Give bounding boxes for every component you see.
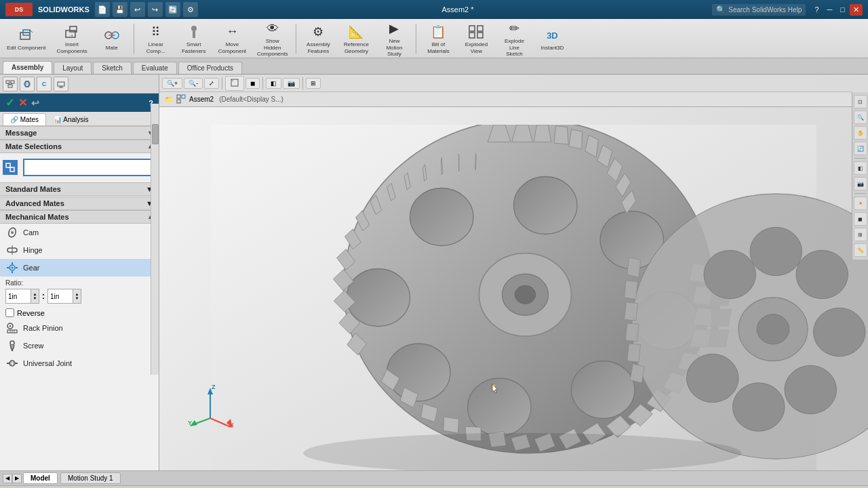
bottom-tabbar: ◀ ▶ Model Motion Study 1: [0, 470, 868, 485]
mate-btn[interactable]: Mate: [94, 24, 130, 53]
vp-zoom-out-btn[interactable]: 🔍-: [184, 78, 203, 89]
edit-component-btn[interactable]: Edit Component: [3, 24, 50, 54]
tab-assembly[interactable]: Assembly: [3, 61, 52, 74]
vp-view-btn[interactable]: [225, 76, 244, 91]
edit-component-label: Edit Component: [7, 45, 45, 52]
svg-marker-73: [569, 129, 583, 149]
mate-selections-header[interactable]: Mate Selections ▲: [0, 140, 159, 153]
vp-camera-btn[interactable]: 📷: [283, 78, 300, 89]
close-btn[interactable]: ✕: [850, 4, 863, 16]
explode-line-btn[interactable]: ✏ ExplodeLineSketch: [496, 17, 532, 60]
assembly-features-btn[interactable]: ⚙ AssemblyFeatures: [300, 20, 336, 56]
maximize-btn[interactable]: □: [837, 4, 848, 16]
tab-nav-next[interactable]: ▶: [12, 474, 22, 483]
screw-item[interactable]: Screw: [0, 337, 159, 354]
hinge-mate-item[interactable]: Hinge: [0, 241, 159, 259]
pm-icon-props[interactable]: [20, 77, 35, 92]
svg-rect-53: [177, 95, 180, 98]
selection-input-box[interactable]: [23, 159, 153, 176]
tab-nav-prev[interactable]: ◀: [3, 474, 12, 483]
section-btn[interactable]: ◧: [854, 161, 867, 175]
redo-btn-title[interactable]: ↪: [148, 2, 163, 17]
show-hidden-btn[interactable]: 👁 ShowHiddenComponents: [253, 17, 292, 60]
bottom-tab-motion1[interactable]: Motion Study 1: [60, 472, 121, 484]
rotate-btn[interactable]: 🔄: [854, 142, 867, 155]
cam-icon: [5, 226, 19, 239]
svg-text:Z: Z: [212, 384, 216, 390]
camera2-btn[interactable]: 📷: [854, 177, 867, 190]
message-section-header[interactable]: Message ▼: [0, 126, 159, 140]
zoom-btn[interactable]: 🔍: [854, 110, 867, 124]
tab-layout[interactable]: Layout: [54, 62, 92, 74]
rt-display-btn[interactable]: ◼: [854, 212, 867, 226]
svg-point-121: [785, 365, 837, 413]
insert-components-btn[interactable]: + InsertComponents: [52, 20, 91, 56]
rt-filter-btn[interactable]: ⊞: [854, 228, 867, 241]
svg-point-125: [757, 314, 789, 344]
cam-mate-item[interactable]: Cam: [0, 224, 159, 241]
rack-pinion-item[interactable]: Rack Pinion: [0, 319, 159, 337]
tab-office-products[interactable]: Office Products: [178, 62, 242, 74]
pm-icon-config[interactable]: C: [37, 77, 52, 92]
rt-measure-btn[interactable]: 📏: [854, 243, 867, 257]
options-btn[interactable]: ⚙: [183, 2, 198, 17]
bom-label: Bill ofMaterials: [427, 41, 449, 54]
insert-components-icon: +: [61, 22, 83, 41]
smart-fasteners-btn[interactable]: SmartFasteners: [176, 20, 212, 56]
vp-grid-btn[interactable]: ⊞: [306, 78, 321, 89]
linear-component-btn[interactable]: ⠿ LinearComp...: [138, 20, 174, 56]
tab-evaluate[interactable]: Evaluate: [133, 62, 177, 74]
view-orient-btn[interactable]: ⊡: [854, 95, 867, 108]
universal-joint-item[interactable]: Universal Joint: [0, 354, 159, 372]
vp-section-view-btn[interactable]: ◧: [266, 78, 281, 89]
undo-mate-btn[interactable]: ↩: [31, 98, 39, 108]
ratio-spin-2[interactable]: ▲ ▼: [73, 289, 81, 303]
ratio-spin-1[interactable]: ▲ ▼: [31, 289, 39, 303]
tab-analysis[interactable]: 📊 Analysis: [46, 113, 96, 125]
svg-marker-71: [534, 125, 551, 142]
panel-scrollbar-track[interactable]: [151, 104, 159, 375]
assembly-features-label: AssemblyFeatures: [307, 41, 330, 54]
gear-label: Gear: [23, 264, 39, 272]
search-bar[interactable]: 🔍 Search SolidWorks Help: [712, 4, 806, 16]
rebuild-btn[interactable]: 🔄: [165, 2, 180, 17]
minimize-btn[interactable]: ─: [824, 4, 836, 16]
new-motion-btn[interactable]: ▶ NewMotionStudy: [376, 17, 412, 60]
save-btn[interactable]: 💾: [113, 2, 127, 17]
property-manager-panel: C ✓ ✕ ↩ Mate ? 🔗 Mates: [0, 75, 159, 470]
tab-mates[interactable]: 🔗 Mates: [3, 113, 46, 125]
reverse-checkbox[interactable]: [5, 308, 14, 317]
vp-display-btn[interactable]: ◼: [245, 78, 260, 89]
gear-mate-item[interactable]: Gear: [0, 259, 159, 277]
help-btn-title[interactable]: ?: [811, 4, 822, 16]
bottom-tab-model[interactable]: Model: [23, 472, 58, 484]
advanced-mates-header[interactable]: Advanced Mates ▼: [0, 197, 159, 210]
reference-geometry-btn[interactable]: 📐 ReferenceGeometry: [338, 20, 374, 56]
pm-icon-display[interactable]: [54, 77, 68, 92]
move-component-btn[interactable]: ↔ MoveComponent: [214, 20, 250, 56]
pm-icon-tree[interactable]: [3, 77, 18, 92]
ratio-input-1[interactable]: [6, 289, 31, 303]
exploded-view-btn[interactable]: ExplodedView: [458, 20, 494, 56]
standard-mates-header[interactable]: Standard Mates ▼: [0, 182, 159, 196]
undo-btn-title[interactable]: ↩: [130, 2, 145, 17]
app-name: SOLIDWORKS: [38, 5, 90, 14]
mechanical-mates-header[interactable]: Mechanical Mates ▲: [0, 210, 159, 224]
bom-btn[interactable]: 📋 Bill ofMaterials: [420, 20, 456, 56]
confirm-mate-btn[interactable]: ✓: [5, 96, 14, 109]
ratio-input-2[interactable]: [48, 289, 73, 303]
svg-marker-126: [627, 258, 641, 278]
cancel-mate-btn[interactable]: ✕: [18, 96, 27, 109]
render-btn[interactable]: ★: [854, 197, 867, 210]
file-btn[interactable]: 📄: [95, 2, 110, 17]
pan-btn[interactable]: ✋: [854, 126, 867, 140]
3d-viewport[interactable]: 🔍+ 🔍- ⤢ ◼ ◧ 📷 ⊞ 📁 Assem2 (Default<Displa…: [159, 75, 868, 470]
mate-selections-content: [0, 153, 159, 182]
svg-point-33: [12, 267, 14, 269]
vp-zoom-in-btn[interactable]: 🔍+: [162, 78, 182, 89]
tab-sketch[interactable]: Sketch: [93, 62, 132, 74]
panel-scrollbar-thumb[interactable]: [152, 124, 159, 144]
ratio-input-group-1: ▲ ▼: [5, 289, 39, 304]
vp-zoom-fit-btn[interactable]: ⤢: [204, 78, 219, 89]
instant3d-btn[interactable]: 3D Instant3D: [534, 24, 570, 53]
